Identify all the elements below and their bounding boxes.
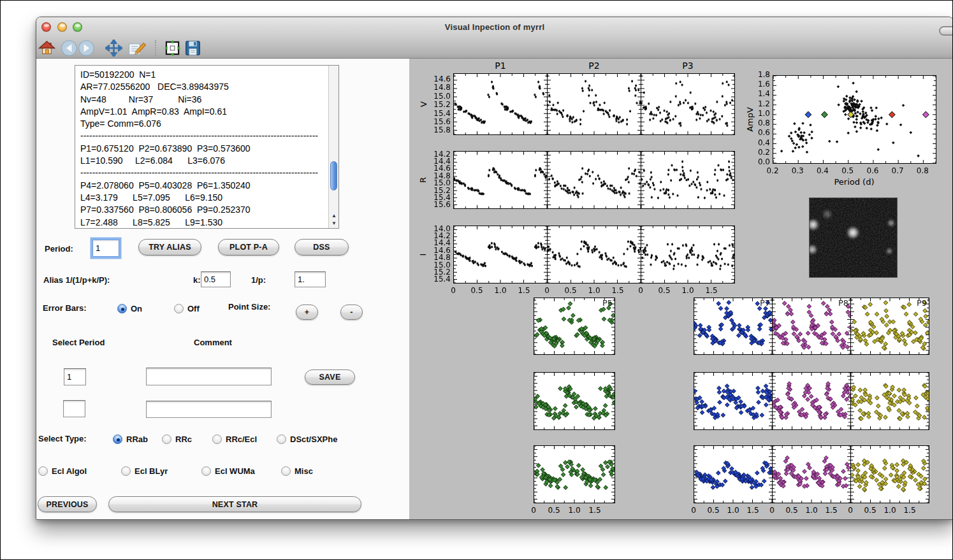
home-icon[interactable] [38, 39, 55, 57]
radio-icon[interactable] [162, 434, 171, 444]
zoom-to-rect-icon[interactable] [164, 39, 181, 57]
forward-icon[interactable] [78, 39, 95, 57]
star-info-box[interactable]: ID=50192200 N=1 AR=77.02556200 DEC=3.898… [75, 65, 339, 229]
radio-icon[interactable] [113, 434, 122, 444]
plot-p5-v[interactable]: P5 [534, 298, 615, 355]
radio-rrab[interactable]: RRab [113, 434, 148, 444]
radio-misc[interactable]: Misc [281, 466, 313, 476]
tick-label: 0 [632, 286, 650, 295]
radio-icon[interactable] [174, 304, 184, 313]
plot-label-p5: P5 [602, 298, 613, 308]
tick-label: 15.2 [429, 100, 451, 109]
point-size-plus-button[interactable]: + [296, 305, 318, 320]
plot-p3-v[interactable] [641, 73, 735, 135]
radio-ecl-algol[interactable]: Ecl Algol [38, 466, 87, 476]
radio-ecl-wuma[interactable]: Ecl WUMa [201, 466, 255, 476]
tick-label: 1.5 [609, 286, 627, 295]
period-input[interactable] [92, 240, 119, 257]
tick-label: 1.4 [750, 89, 770, 98]
plot-p2-v[interactable] [547, 73, 641, 135]
tick-label: 1.5 [515, 286, 533, 295]
radio-rrc[interactable]: RRc [162, 434, 192, 444]
plot-p7-r[interactable] [694, 372, 773, 430]
plot-p7-v[interactable]: P7 [694, 298, 773, 355]
edit-icon[interactable] [127, 39, 147, 57]
tick-label: 0.6 [864, 166, 882, 175]
star-blob [886, 248, 893, 255]
plot-p1-v[interactable] [453, 73, 548, 135]
tick-label: 1.0 [491, 286, 509, 295]
tick-label: 15.8 [429, 126, 451, 134]
invp-input[interactable] [295, 271, 326, 287]
radio-ecl-blyr[interactable]: Ecl BLyr [121, 466, 168, 476]
tick-label: 0 [525, 506, 542, 515]
plot-p5-i[interactable] [534, 445, 615, 503]
radio-icon[interactable] [121, 466, 131, 476]
radio-rrc-ecl[interactable]: RRc/Ecl [212, 434, 257, 444]
control-panel: ID=50192200 N=1 AR=77.02556200 DEC=3.898… [36, 59, 409, 520]
radio-error-on[interactable]: On [117, 304, 142, 313]
scrollbar-thumb[interactable] [330, 161, 337, 190]
plot-canvas [851, 373, 929, 429]
tick-label: 0.5 [545, 506, 563, 515]
radio-icon[interactable] [201, 466, 211, 476]
plot-p8-i[interactable] [772, 445, 851, 503]
alias-label: Alias 1/(1/p+k/P): [43, 275, 110, 285]
radio-icon[interactable] [212, 434, 222, 444]
window-title: Visual Inpection of myrrl [36, 22, 953, 32]
save-button[interactable]: SAVE [305, 370, 355, 385]
comment-input-2[interactable] [146, 401, 272, 418]
dss-button[interactable]: DSS [295, 239, 349, 255]
previous-button[interactable]: PREVIOUS [38, 496, 97, 512]
plot-period-amplitude[interactable] [773, 75, 936, 164]
comment-input-1[interactable] [146, 368, 272, 385]
plot-pa-button[interactable]: PLOT P-A [218, 239, 279, 255]
plot-p9-r[interactable] [850, 372, 929, 430]
plot-p2-i[interactable] [547, 226, 641, 284]
k-input[interactable] [201, 271, 231, 287]
plot-p3-r[interactable] [641, 151, 735, 209]
save-icon[interactable] [184, 39, 202, 57]
error-bars-label: Error Bars: [43, 303, 87, 313]
plot-p8-r[interactable] [772, 372, 851, 430]
select-period-input-2[interactable] [63, 400, 85, 417]
radio-icon[interactable] [277, 434, 286, 444]
scroll-down-icon[interactable]: ▼ [329, 219, 339, 227]
radio-icon[interactable] [38, 466, 48, 476]
plot-p2-r[interactable] [547, 151, 641, 209]
radio-icon[interactable] [281, 466, 291, 476]
plot-label-p7: P7 [760, 298, 770, 308]
plot-p3-i[interactable] [641, 226, 735, 284]
radio-dsct-sxphe[interactable]: DSct/SXPhe [277, 434, 337, 444]
plot-p1-r[interactable] [453, 151, 548, 209]
radio-error-off[interactable]: Off [174, 304, 200, 313]
point-size-minus-button[interactable]: - [340, 305, 363, 320]
plot-p9-i[interactable] [850, 445, 929, 503]
tick-label: 0.8 [750, 118, 770, 127]
plot-p7-i[interactable] [694, 445, 773, 503]
tick-label: 1.0 [679, 286, 697, 295]
plot-canvas [694, 373, 772, 429]
plot-p8-v[interactable]: P8 [772, 298, 851, 355]
axis-label-i: I [418, 226, 428, 284]
titlebar[interactable]: Visual Inpection of myrrl [36, 17, 953, 59]
plot-p9-v[interactable]: P9 [850, 298, 929, 355]
tick-label: 15.6 [429, 117, 451, 126]
tick-label: 0 [538, 286, 556, 295]
plot-p5-r[interactable] [534, 372, 615, 430]
tick-label: 1.0 [565, 506, 583, 515]
select-period-input-1[interactable] [64, 368, 86, 385]
info-scrollbar[interactable]: ▲ ▼ [328, 66, 338, 228]
plot-p1-i[interactable] [453, 226, 548, 284]
tick-label: 0.8 [913, 166, 931, 175]
radio-icon[interactable] [117, 304, 127, 313]
try-alias-button[interactable]: TRY ALIAS [138, 239, 201, 255]
next-star-button[interactable]: NEXT STAR [108, 496, 361, 512]
pan-icon[interactable] [105, 39, 122, 57]
tick-label: 1.2 [750, 99, 770, 108]
toolbar-toggle-button[interactable] [939, 26, 953, 36]
plot-area: P1 P2 P3 V R I AmpV Period (d) [409, 59, 953, 520]
back-icon[interactable] [61, 39, 78, 57]
tick-label: 0.2 [764, 166, 782, 175]
tick-label: 0.5 [468, 286, 486, 295]
